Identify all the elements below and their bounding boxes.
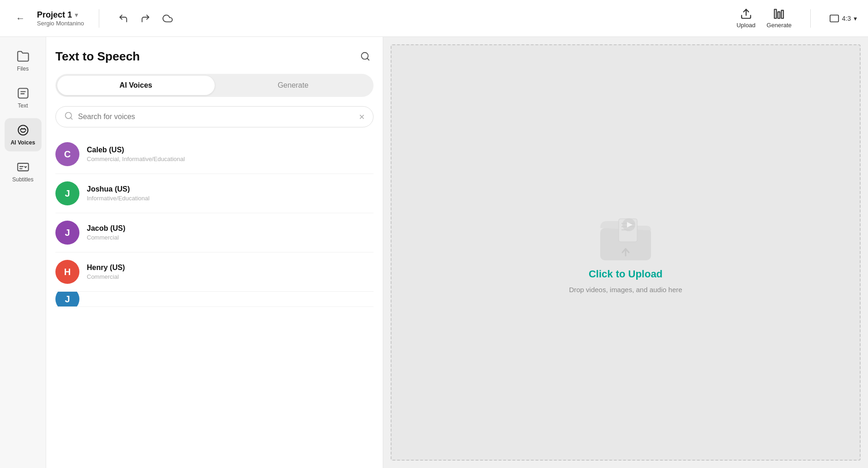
generate-label: Generate: [766, 22, 791, 29]
voice-avatar-more: J: [55, 292, 79, 307]
sidebar-item-files[interactable]: Files: [5, 44, 42, 78]
voice-tags-jacob: Commercial: [87, 234, 126, 241]
voice-tags-henry: Commercial: [87, 273, 125, 280]
panel-title: Text to Speech: [55, 49, 140, 64]
sidebar-subtitles-label: Subtitles: [12, 176, 33, 183]
voice-avatar-caleb: C: [55, 142, 79, 166]
undo-icon: [118, 13, 128, 24]
ratio-chevron-icon: ▾: [854, 15, 857, 22]
project-info: Project 1 ▾ Sergio Montanino: [37, 10, 84, 27]
svg-rect-3: [782, 10, 784, 18]
ratio-label: 4:3: [842, 15, 851, 22]
voice-name-jacob: Jacob (US): [87, 224, 126, 233]
generate-action[interactable]: Generate: [766, 8, 791, 29]
svg-line-13: [367, 58, 369, 60]
canvas-area[interactable]: Click to Upload Drop videos, images, and…: [391, 44, 861, 461]
voice-item-henry[interactable]: H Henry (US) Commercial: [55, 252, 374, 292]
panel-search-button[interactable]: [357, 48, 374, 65]
sidebar-files-label: Files: [17, 66, 29, 72]
voice-item-jacob[interactable]: J Jacob (US) Commercial: [55, 213, 374, 252]
topbar-divider-1: [99, 9, 99, 28]
main-area: Files Text AI Voices Subtitles Text to S…: [0, 37, 868, 468]
upload-illustration: [596, 212, 656, 263]
undo-button[interactable]: [114, 9, 133, 28]
voice-tags-caleb: Commercial, Informative/Educational: [87, 156, 185, 162]
svg-rect-1: [775, 9, 777, 18]
sidebar-ai-voices-label: AI Voices: [11, 139, 35, 146]
voice-info-caleb: Caleb (US) Commercial, Informative/Educa…: [87, 146, 185, 162]
voice-name-henry: Henry (US): [87, 264, 125, 272]
voice-search-box: ✕: [55, 106, 374, 127]
svg-point-8: [18, 126, 28, 135]
voice-tags-joshua: Informative/Educational: [87, 195, 150, 202]
text-icon: [17, 87, 30, 100]
project-name-row[interactable]: Project 1 ▾: [37, 10, 84, 20]
sidebar-item-subtitles[interactable]: Subtitles: [5, 155, 42, 188]
svg-line-15: [71, 118, 72, 120]
tab-generate[interactable]: Generate: [215, 76, 372, 95]
upload-action[interactable]: Upload: [736, 8, 755, 29]
tab-switcher: AI Voices Generate: [55, 74, 374, 97]
topbar: ← Project 1 ▾ Sergio Montanino Upload: [0, 0, 868, 37]
voice-name-caleb: Caleb (US): [87, 146, 185, 154]
svg-rect-9: [18, 163, 28, 171]
svg-rect-2: [778, 12, 780, 18]
voice-item-more[interactable]: J: [55, 292, 374, 307]
toolbar-actions: [114, 9, 177, 28]
subtitles-icon: [17, 161, 30, 174]
cloud-save-button[interactable]: [158, 9, 177, 28]
upload-zone[interactable]: Click to Upload Drop videos, images, and…: [569, 212, 682, 294]
voice-search-input[interactable]: [78, 113, 354, 121]
search-icon: [64, 111, 73, 122]
aspect-ratio-button[interactable]: 4:3 ▾: [829, 13, 857, 24]
voice-avatar-jacob: J: [55, 221, 79, 245]
project-title: Project 1: [37, 10, 72, 20]
voice-list: C Caleb (US) Commercial, Informative/Edu…: [55, 135, 374, 457]
generate-icon: [773, 8, 785, 20]
redo-icon: [140, 13, 151, 24]
project-chevron-icon: ▾: [75, 12, 78, 18]
svg-rect-4: [830, 15, 838, 22]
sidebar: Files Text AI Voices Subtitles: [0, 37, 46, 468]
voice-info-henry: Henry (US) Commercial: [87, 264, 125, 280]
sidebar-text-label: Text: [18, 102, 28, 109]
project-user: Sergio Montanino: [37, 20, 84, 27]
panel: Text to Speech AI Voices Generate ✕ C Ca…: [46, 37, 383, 468]
voice-avatar-henry: H: [55, 260, 79, 284]
files-icon: [17, 50, 30, 63]
search-clear-button[interactable]: ✕: [359, 113, 365, 121]
ratio-icon: [829, 13, 839, 24]
sidebar-item-ai-voices[interactable]: AI Voices: [5, 118, 42, 151]
voice-info-joshua: Joshua (US) Informative/Educational: [87, 185, 150, 202]
svg-rect-5: [18, 89, 28, 98]
voice-name-joshua: Joshua (US): [87, 185, 150, 193]
upload-click-text[interactable]: Click to Upload: [589, 268, 663, 280]
voice-avatar-joshua: J: [55, 181, 79, 205]
upload-drop-text: Drop videos, images, and audio here: [569, 286, 682, 294]
cloud-icon: [163, 13, 173, 24]
voice-info-jacob: Jacob (US) Commercial: [87, 224, 126, 241]
topbar-left: ← Project 1 ▾ Sergio Montanino: [11, 9, 177, 28]
topbar-right: Upload Generate 4:3 ▾: [736, 8, 857, 29]
back-icon: ←: [16, 13, 25, 24]
tab-ai-voices[interactable]: AI Voices: [57, 76, 215, 95]
upload-icon: [740, 8, 752, 20]
upload-label: Upload: [736, 22, 755, 29]
back-button[interactable]: ←: [11, 9, 30, 28]
sidebar-item-text[interactable]: Text: [5, 81, 42, 114]
voice-item-caleb[interactable]: C Caleb (US) Commercial, Informative/Edu…: [55, 135, 374, 174]
ai-voices-icon: [17, 124, 30, 137]
redo-button[interactable]: [136, 9, 155, 28]
panel-search-icon: [360, 51, 370, 61]
voice-item-joshua[interactable]: J Joshua (US) Informative/Educational: [55, 174, 374, 213]
panel-header: Text to Speech: [55, 48, 374, 65]
topbar-divider-2: [810, 9, 811, 28]
